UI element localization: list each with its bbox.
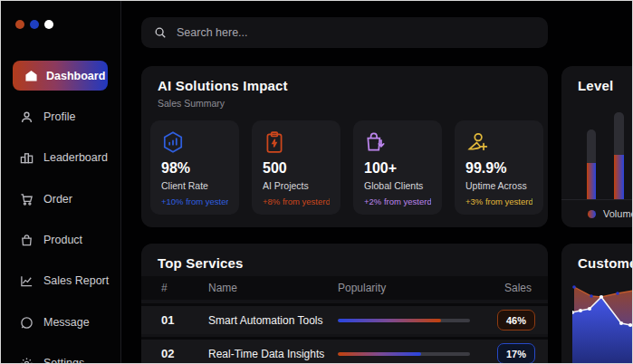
- col-sales: Sales: [504, 282, 532, 294]
- popularity-fill: [338, 319, 441, 322]
- sidebar-item-label: Leaderboard: [43, 151, 108, 164]
- stat-card-global-clients: 100+ Global Clients +2% from yesterday: [353, 120, 442, 215]
- sidebar-item-settings[interactable]: Settings: [20, 354, 84, 364]
- impact-panel: AI Solutions Impact Sales Summary 98% Cl…: [141, 66, 548, 227]
- window-dot-red: [15, 20, 24, 29]
- user-icon: [20, 110, 34, 124]
- level-legend: Volume: [588, 207, 633, 220]
- customer-panel: Customer Fulfillment: [561, 244, 633, 364]
- level-bar: [587, 129, 596, 199]
- volume-legend-label: Volume: [603, 208, 633, 219]
- chart-line-icon: [20, 274, 34, 288]
- stat-label: Client Rate: [161, 180, 228, 191]
- bag-arrow-down-icon: [364, 130, 388, 154]
- row-number: 02: [161, 347, 174, 360]
- sidebar-item-label: Dashboard: [46, 70, 105, 82]
- stat-label: AI Projects: [263, 180, 330, 191]
- sidebar-item-dashboard[interactable]: Dashboard: [13, 61, 108, 91]
- stat-delta: +10% from yesterday: [161, 196, 228, 206]
- window-dot-white: [44, 20, 53, 29]
- data-point-marker: [588, 307, 591, 311]
- data-point-marker: [619, 321, 623, 325]
- sidebar-item-order[interactable]: Order: [20, 190, 72, 208]
- col-popularity: Popularity: [338, 282, 386, 294]
- data-point-marker: [616, 292, 619, 295]
- dashboard-app: Dashboard Profile Leaderboard Order Prod: [0, 0, 633, 364]
- cart-icon: [20, 193, 34, 206]
- sidebar-item-product[interactable]: Product: [20, 231, 82, 249]
- stat-label: Global Clients: [364, 180, 431, 191]
- customer-title: Customer Fulfillment: [578, 255, 633, 271]
- stat-label: Uptime Across: [465, 180, 532, 191]
- popularity-track: [338, 352, 470, 356]
- home-icon: [24, 70, 38, 82]
- sidebar-item-profile[interactable]: Profile: [20, 108, 75, 126]
- clipboard-bolt-icon: [263, 130, 286, 154]
- sidebar-item-message[interactable]: Message: [20, 313, 90, 331]
- top-services-title: Top Services: [158, 255, 244, 271]
- customer-chart: [572, 282, 633, 364]
- row-number: 01: [161, 313, 174, 327]
- message-icon: [20, 316, 34, 330]
- gear-icon: [20, 357, 34, 364]
- level-bar: [614, 112, 624, 199]
- data-point-marker: [628, 323, 632, 327]
- stat-value: 500: [263, 160, 330, 177]
- impact-subtitle: Sales Summary: [158, 98, 225, 109]
- stat-value: 98%: [161, 160, 228, 177]
- volume-legend-dot: [588, 210, 596, 218]
- table-row: 01 Smart Automation Tools 46%: [141, 306, 548, 334]
- user-plus-icon: [465, 130, 489, 154]
- stat-card-ai-projects: 500 AI Projects +8% from yesterday: [252, 120, 340, 215]
- window-dots: [15, 20, 53, 29]
- stat-delta: +3% from yesterday: [465, 196, 532, 206]
- data-point-marker: [599, 295, 603, 299]
- bag-icon: [20, 234, 34, 247]
- level-bars: [561, 66, 633, 199]
- data-point-marker: [590, 294, 593, 298]
- sidebar-item-label: Settings: [43, 357, 84, 364]
- level-divider: [561, 199, 633, 200]
- stat-card-client-rate: 98% Client Rate +10% from yesterday: [150, 120, 239, 215]
- sidebar-item-label: Product: [43, 234, 82, 246]
- sidebar-item-label: Sales Report: [43, 274, 109, 287]
- level-panel: Level Volume: [561, 66, 633, 227]
- impact-title: AI Solutions Impact: [158, 78, 288, 93]
- search-input[interactable]: [175, 25, 501, 40]
- sales-badge: 17%: [497, 343, 535, 364]
- stat-card-uptime: 99.9% Uptime Across +3% from yesterday: [455, 120, 543, 215]
- top-services-panel: Top Services # Name Popularity Sales 01 …: [141, 244, 548, 364]
- level-bar-fill: [614, 155, 624, 199]
- row-name: Real-Time Data Insights: [208, 348, 324, 360]
- sidebar-item-label: Message: [43, 316, 90, 329]
- table-header: # Name Popularity Sales: [141, 276, 548, 300]
- search-bar: [141, 17, 548, 48]
- window-dot-blue: [30, 20, 39, 29]
- leaderboard-icon: [20, 151, 34, 165]
- data-point-marker: [579, 309, 582, 312]
- popularity-track: [338, 319, 470, 322]
- level-bar-fill: [587, 163, 596, 199]
- popularity-fill: [338, 352, 421, 356]
- stat-value: 99.9%: [465, 160, 532, 177]
- row-name: Smart Automation Tools: [208, 314, 323, 327]
- search-icon: [154, 26, 167, 39]
- stat-delta: +8% from yesterday: [263, 196, 330, 206]
- col-name: Name: [208, 282, 237, 294]
- stat-delta: +2% from yesterday: [364, 196, 431, 206]
- sidebar-item-leaderboard[interactable]: Leaderboard: [20, 148, 108, 167]
- sales-badge: 46%: [497, 310, 535, 330]
- stat-cards: 98% Client Rate +10% from yesterday 500 …: [150, 120, 543, 215]
- table-row: 02 Real-Time Data Insights 17%: [141, 340, 548, 364]
- sidebar-item-sales-report[interactable]: Sales Report: [20, 272, 109, 290]
- sidebar: Dashboard Profile Leaderboard Order Prod: [1, 1, 121, 363]
- stat-value: 100+: [364, 160, 431, 177]
- sidebar-item-label: Order: [43, 193, 72, 206]
- hex-chart-icon: [161, 130, 185, 154]
- col-number: #: [161, 282, 168, 294]
- sidebar-item-label: Profile: [43, 110, 75, 123]
- data-point-marker: [572, 285, 576, 289]
